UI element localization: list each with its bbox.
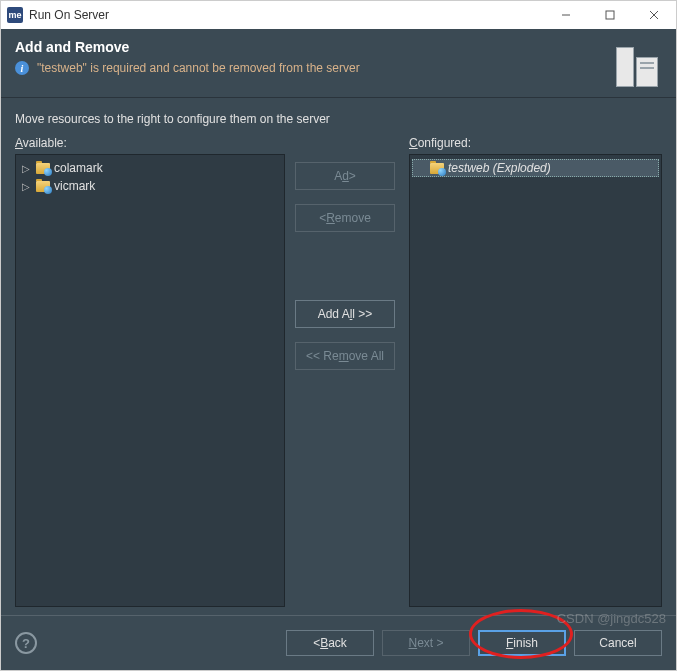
transfer-buttons: Ad > < Remove Add All >> << Remove All (285, 136, 405, 607)
app-icon: me (7, 7, 23, 23)
dialog-window: me Run On Server Add and Remove i "testw… (0, 0, 677, 671)
help-button[interactable]: ? (15, 632, 37, 654)
tree-item[interactable]: ▷ colamark (18, 159, 282, 177)
svg-rect-1 (606, 11, 614, 19)
finish-button[interactable]: Finish (478, 630, 566, 656)
wizard-footer: ? < Back Next > Finish Cancel (1, 616, 676, 670)
add-all-button[interactable]: Add All >> (295, 300, 395, 328)
banner-message-row: i "testweb" is required and cannot be re… (15, 61, 612, 75)
web-folder-icon (36, 181, 50, 192)
available-tree[interactable]: ▷ colamark ▷ vicmark (15, 154, 285, 607)
web-folder-icon (36, 163, 50, 174)
configured-tree[interactable]: testweb (Exploded) (409, 154, 662, 607)
tree-item[interactable]: ▷ vicmark (18, 177, 282, 195)
columns: Available: ▷ colamark ▷ vicmark (15, 136, 662, 607)
close-button[interactable] (632, 1, 676, 29)
configured-label-accel: C (409, 136, 418, 150)
available-label-rest: vailable: (23, 136, 67, 150)
expander-icon[interactable]: ▷ (22, 181, 32, 192)
remove-button[interactable]: < Remove (295, 204, 395, 232)
available-label-accel: A (15, 136, 23, 150)
tree-item-label: colamark (54, 161, 278, 175)
window-controls (544, 1, 676, 29)
tree-item-label: testweb (Exploded) (448, 161, 655, 175)
available-column: Available: ▷ colamark ▷ vicmark (15, 136, 285, 607)
banner-message: "testweb" is required and cannot be remo… (37, 61, 360, 75)
configured-label: Configured: (409, 136, 662, 150)
remove-all-button[interactable]: << Remove All (295, 342, 395, 370)
banner-text: Add and Remove i "testweb" is required a… (15, 39, 612, 75)
expander-icon[interactable]: ▷ (22, 163, 32, 174)
cancel-button[interactable]: Cancel (574, 630, 662, 656)
server-icon (612, 39, 662, 87)
minimize-button[interactable] (544, 1, 588, 29)
window-title: Run On Server (29, 8, 544, 22)
maximize-button[interactable] (588, 1, 632, 29)
info-icon: i (15, 61, 29, 75)
next-button[interactable]: Next > (382, 630, 470, 656)
tree-item-label: vicmark (54, 179, 278, 193)
body-description: Move resources to the right to configure… (15, 112, 662, 126)
available-label: Available: (15, 136, 285, 150)
configured-label-rest: onfigured: (418, 136, 471, 150)
web-folder-icon (430, 163, 444, 174)
banner-title: Add and Remove (15, 39, 612, 55)
back-button[interactable]: < Back (286, 630, 374, 656)
configured-column: Configured: testweb (Exploded) (409, 136, 662, 607)
titlebar: me Run On Server (1, 1, 676, 29)
wizard-body: Move resources to the right to configure… (1, 98, 676, 615)
wizard-banner: Add and Remove i "testweb" is required a… (1, 29, 676, 98)
add-button[interactable]: Ad > (295, 162, 395, 190)
tree-item[interactable]: testweb (Exploded) (412, 159, 659, 177)
